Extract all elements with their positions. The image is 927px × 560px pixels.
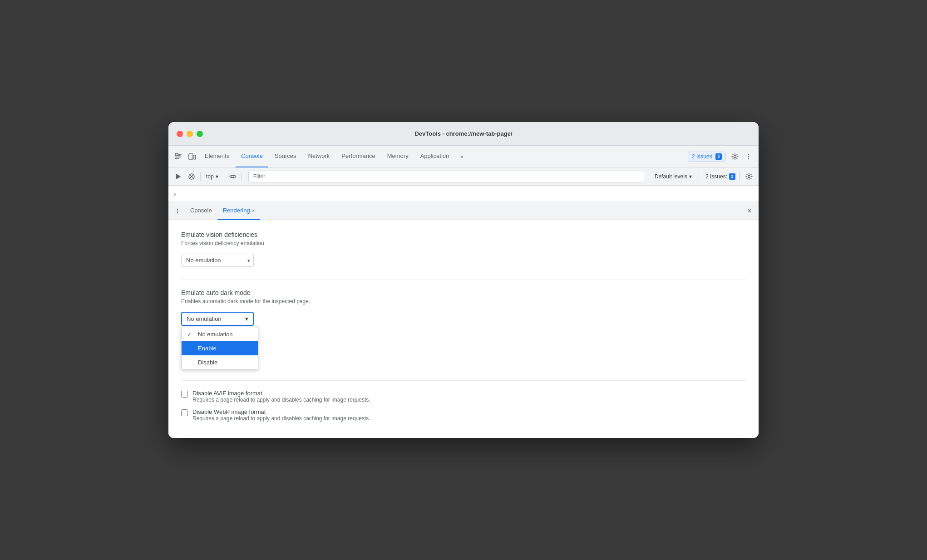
dark-mode-dropdown-arrow-icon: ▾ xyxy=(245,315,248,322)
tab-elements[interactable]: Elements xyxy=(199,146,235,167)
vision-title: Emulate vision deficiencies xyxy=(181,231,746,238)
issues-icon: 2 xyxy=(715,153,722,160)
issues-count-badge: 2 xyxy=(729,173,735,180)
dark-mode-dropdown-container: No emulation ▾ ✓ No emulation Enable xyxy=(181,312,254,326)
svg-rect-1 xyxy=(189,154,193,159)
toolbar-divider-1 xyxy=(200,172,201,181)
clear-icon[interactable] xyxy=(186,171,197,182)
avif-desc: Requires a page reload to apply and disa… xyxy=(192,397,370,403)
maximize-button[interactable] xyxy=(197,131,203,137)
dark-mode-title: Emulate auto dark mode xyxy=(181,289,746,296)
inspect-element-icon[interactable] xyxy=(172,150,185,163)
webp-desc: Requires a page reload to apply and disa… xyxy=(192,415,370,422)
avif-label-group: Disable AVIF image format Requires a pag… xyxy=(192,390,370,403)
section-divider-1 xyxy=(181,280,746,280)
toolbar-divider-2 xyxy=(224,172,224,181)
webp-checkbox[interactable] xyxy=(181,409,188,416)
svg-point-6 xyxy=(748,158,749,159)
chevron-row: › xyxy=(168,186,759,202)
svg-point-3 xyxy=(734,155,736,157)
tab-sources[interactable]: Sources xyxy=(269,146,302,167)
vision-desc: Forces vision deficiency emulation xyxy=(181,240,746,246)
issues-badge[interactable]: 2 Issues: 2 xyxy=(688,152,726,162)
webp-label-group: Disable WebP image format Requires a pag… xyxy=(192,408,370,422)
panel-tab-console[interactable]: Console xyxy=(185,202,217,220)
svg-point-4 xyxy=(748,153,749,154)
rendering-content: Emulate vision deficiencies Forces visio… xyxy=(168,220,759,438)
svg-point-11 xyxy=(232,175,234,177)
settings-icon[interactable] xyxy=(729,150,741,163)
svg-point-15 xyxy=(177,212,178,213)
console-toolbar: top ▾ Default levels ▾ 2 Issues: 2 xyxy=(168,167,759,186)
svg-point-13 xyxy=(177,208,178,209)
svg-point-14 xyxy=(177,210,178,211)
tab-console[interactable]: Console xyxy=(236,146,268,167)
expand-chevron-icon[interactable]: › xyxy=(174,190,176,197)
issues-label: 2 Issues: xyxy=(692,153,714,160)
avif-label: Disable AVIF image format xyxy=(192,390,370,397)
window-title: DevTools - chrome://new-tab-page/ xyxy=(414,130,512,137)
webp-label: Disable WebP image format xyxy=(192,408,370,415)
avif-checkbox[interactable] xyxy=(181,391,188,398)
vision-dropdown[interactable]: No emulation Blurred vision Protanopia D… xyxy=(181,254,254,267)
close-rendering-tab-icon[interactable]: × xyxy=(252,208,255,213)
toolbar-divider-4 xyxy=(699,172,699,181)
svg-rect-2 xyxy=(194,155,196,159)
levels-chevron-icon: ▾ xyxy=(689,173,692,180)
tab-application[interactable]: Application xyxy=(415,146,455,167)
avif-checkbox-section: Disable AVIF image format Requires a pag… xyxy=(181,390,746,403)
tab-bar: Elements Console Sources Network Perform… xyxy=(168,146,759,167)
context-chevron-icon: ▾ xyxy=(216,173,218,180)
issues-count-display: 2 Issues: 2 xyxy=(702,172,740,181)
close-panel-icon[interactable]: × xyxy=(744,206,755,216)
dark-mode-dropdown-menu: ✓ No emulation Enable Disable xyxy=(181,327,258,370)
title-bar: DevTools - chrome://new-tab-page/ xyxy=(168,122,759,146)
tab-network[interactable]: Network xyxy=(303,146,335,167)
dark-mode-option-disable[interactable]: Disable xyxy=(182,355,258,369)
dark-mode-dropdown-button[interactable]: No emulation ▾ xyxy=(181,312,254,326)
panel-more-icon[interactable] xyxy=(172,206,183,216)
devtools-window: DevTools - chrome://new-tab-page/ Elemen… xyxy=(168,122,759,438)
tab-performance[interactable]: Performance xyxy=(336,146,380,167)
run-icon[interactable] xyxy=(172,171,184,182)
dark-mode-option-no-emulation[interactable]: ✓ No emulation xyxy=(182,327,258,341)
svg-point-5 xyxy=(748,156,749,157)
webp-checkbox-section: Disable WebP image format Requires a pag… xyxy=(181,408,746,422)
dark-mode-desc: Enables automatic dark mode for the insp… xyxy=(181,298,746,305)
vision-section: Emulate vision deficiencies Forces visio… xyxy=(181,231,746,270)
section-divider-2 xyxy=(181,380,746,381)
eye-icon[interactable] xyxy=(227,171,239,182)
svg-point-12 xyxy=(748,175,750,177)
close-button[interactable] xyxy=(177,131,183,137)
window-controls xyxy=(177,131,203,137)
dark-mode-dropdown-value: No emulation xyxy=(187,315,222,322)
svg-marker-7 xyxy=(176,174,181,179)
levels-selector[interactable]: Default levels ▾ xyxy=(651,172,696,181)
svg-rect-0 xyxy=(175,153,178,156)
filter-input[interactable] xyxy=(248,171,645,182)
dark-mode-option-enable[interactable]: Enable xyxy=(182,341,258,355)
minimize-button[interactable] xyxy=(187,131,193,137)
toolbar-divider-3 xyxy=(242,172,242,181)
more-options-icon[interactable] xyxy=(742,150,755,163)
check-icon: ✓ xyxy=(187,331,194,338)
vision-dropdown-wrapper: No emulation Blurred vision Protanopia D… xyxy=(181,254,254,267)
context-selector[interactable]: top ▾ xyxy=(203,172,221,181)
device-toolbar-icon[interactable] xyxy=(186,150,198,163)
more-tabs-button[interactable]: » xyxy=(455,150,468,163)
dark-mode-section: Emulate auto dark mode Enables automatic… xyxy=(181,289,746,326)
tab-memory[interactable]: Memory xyxy=(382,146,414,167)
bottom-panel: Console Rendering × × Emulate vision def… xyxy=(168,202,759,438)
panel-tab-rendering[interactable]: Rendering × xyxy=(217,202,260,220)
console-settings-icon[interactable] xyxy=(743,171,755,182)
panel-tab-bar: Console Rendering × × xyxy=(168,202,759,220)
